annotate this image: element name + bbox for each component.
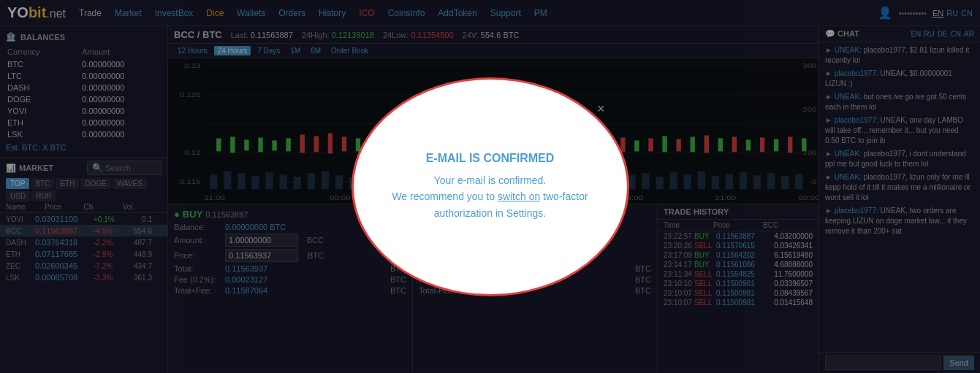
modal-body: Your e-mail is confirmed. We recommend y…	[376, 172, 605, 221]
modal-box: × E-MAIL IS CONFIRMED Your e-mail is con…	[352, 77, 629, 296]
modal-line2: We recommend you to switch on two-factor…	[376, 188, 605, 221]
modal-line1: Your e-mail is confirmed.	[376, 172, 605, 188]
modal-title: E-MAIL IS CONFIRMED	[426, 152, 555, 165]
modal-overlay[interactable]: × E-MAIL IS CONFIRMED Your e-mail is con…	[0, 0, 980, 373]
modal-switch-link[interactable]: switch on	[498, 191, 540, 202]
modal-close-button[interactable]: ×	[597, 101, 605, 117]
